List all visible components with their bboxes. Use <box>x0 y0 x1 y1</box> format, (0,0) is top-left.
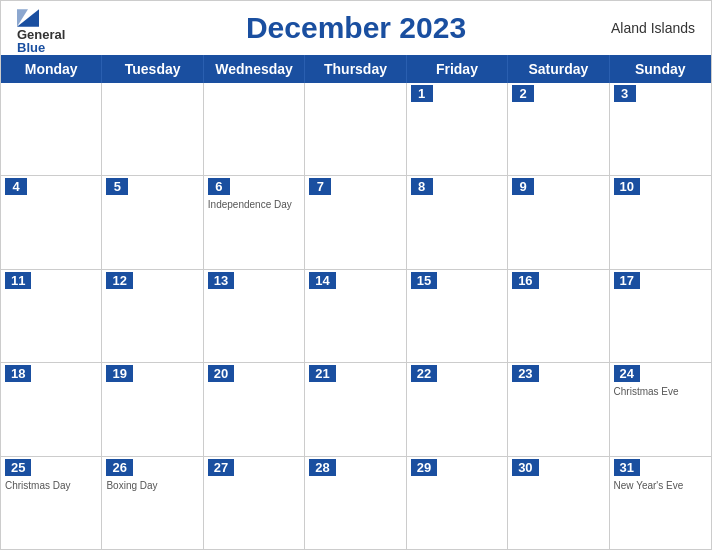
day-cell: 23 <box>508 363 609 455</box>
day-cell: 13 <box>204 270 305 362</box>
day-cell: 29 <box>407 457 508 549</box>
day-number: 23 <box>512 365 538 382</box>
day-number: 9 <box>512 178 534 195</box>
day-number: 19 <box>106 365 132 382</box>
day-number: 26 <box>106 459 132 476</box>
day-cell: 6Independence Day <box>204 176 305 268</box>
week-row-2: 456Independence Day78910 <box>1 176 711 269</box>
day-cell: 10 <box>610 176 711 268</box>
day-number: 25 <box>5 459 31 476</box>
day-number: 6 <box>208 178 230 195</box>
generalblue-logo-icon <box>17 9 39 27</box>
day-number: 16 <box>512 272 538 289</box>
logo-area: General Blue <box>17 9 65 54</box>
day-number: 18 <box>5 365 31 382</box>
day-cell: 14 <box>305 270 406 362</box>
day-cell: 19 <box>102 363 203 455</box>
calendar-header: General Blue December 2023 Aland Islands <box>1 1 711 55</box>
holiday-label: Christmas Eve <box>614 386 707 398</box>
day-number: 8 <box>411 178 433 195</box>
calendar-wrapper: General Blue December 2023 Aland Islands… <box>0 0 712 550</box>
week-row-4: 18192021222324Christmas Eve <box>1 363 711 456</box>
day-cell <box>305 83 406 175</box>
day-number: 24 <box>614 365 640 382</box>
region-label: Aland Islands <box>611 20 695 36</box>
day-header-monday: Monday <box>1 55 102 83</box>
day-header-wednesday: Wednesday <box>204 55 305 83</box>
day-number: 30 <box>512 459 538 476</box>
day-number: 17 <box>614 272 640 289</box>
day-cell: 5 <box>102 176 203 268</box>
month-title: December 2023 <box>246 11 466 45</box>
day-number: 31 <box>614 459 640 476</box>
day-cell: 25Christmas Day <box>1 457 102 549</box>
day-cell: 11 <box>1 270 102 362</box>
day-cell: 1 <box>407 83 508 175</box>
day-cell: 4 <box>1 176 102 268</box>
day-number: 1 <box>411 85 433 102</box>
day-number: 20 <box>208 365 234 382</box>
day-number: 7 <box>309 178 331 195</box>
day-cell: 7 <box>305 176 406 268</box>
day-header-sunday: Sunday <box>610 55 711 83</box>
day-number: 3 <box>614 85 636 102</box>
day-number: 28 <box>309 459 335 476</box>
weeks: 123456Independence Day789101112131415161… <box>1 83 711 549</box>
day-cell: 22 <box>407 363 508 455</box>
day-number: 22 <box>411 365 437 382</box>
holiday-label: Christmas Day <box>5 480 97 492</box>
day-cell: 27 <box>204 457 305 549</box>
day-headers: Monday Tuesday Wednesday Thursday Friday… <box>1 55 711 83</box>
day-cell <box>1 83 102 175</box>
day-cell: 20 <box>204 363 305 455</box>
logo-blue-text: Blue <box>17 41 45 54</box>
day-number: 27 <box>208 459 234 476</box>
day-number: 5 <box>106 178 128 195</box>
holiday-label: Independence Day <box>208 199 300 211</box>
day-number: 14 <box>309 272 335 289</box>
holiday-label: Boxing Day <box>106 480 198 492</box>
day-header-thursday: Thursday <box>305 55 406 83</box>
day-number: 13 <box>208 272 234 289</box>
day-cell: 18 <box>1 363 102 455</box>
week-row-5: 25Christmas Day26Boxing Day2728293031New… <box>1 457 711 549</box>
day-number: 4 <box>5 178 27 195</box>
day-number: 15 <box>411 272 437 289</box>
day-cell: 12 <box>102 270 203 362</box>
day-cell: 30 <box>508 457 609 549</box>
week-row-1: 123 <box>1 83 711 176</box>
day-number: 12 <box>106 272 132 289</box>
day-cell: 8 <box>407 176 508 268</box>
day-number: 2 <box>512 85 534 102</box>
week-row-3: 11121314151617 <box>1 270 711 363</box>
day-cell: 26Boxing Day <box>102 457 203 549</box>
day-cell: 15 <box>407 270 508 362</box>
calendar-grid: Monday Tuesday Wednesday Thursday Friday… <box>1 55 711 549</box>
holiday-label: New Year's Eve <box>614 480 707 492</box>
day-cell <box>102 83 203 175</box>
day-number: 21 <box>309 365 335 382</box>
day-header-friday: Friday <box>407 55 508 83</box>
day-cell <box>204 83 305 175</box>
day-cell: 31New Year's Eve <box>610 457 711 549</box>
day-cell: 21 <box>305 363 406 455</box>
day-header-saturday: Saturday <box>508 55 609 83</box>
day-cell: 2 <box>508 83 609 175</box>
day-cell: 17 <box>610 270 711 362</box>
day-cell: 3 <box>610 83 711 175</box>
day-number: 29 <box>411 459 437 476</box>
day-cell: 16 <box>508 270 609 362</box>
day-number: 11 <box>5 272 31 289</box>
day-header-tuesday: Tuesday <box>102 55 203 83</box>
day-cell: 24Christmas Eve <box>610 363 711 455</box>
day-number: 10 <box>614 178 640 195</box>
day-cell: 9 <box>508 176 609 268</box>
day-cell: 28 <box>305 457 406 549</box>
